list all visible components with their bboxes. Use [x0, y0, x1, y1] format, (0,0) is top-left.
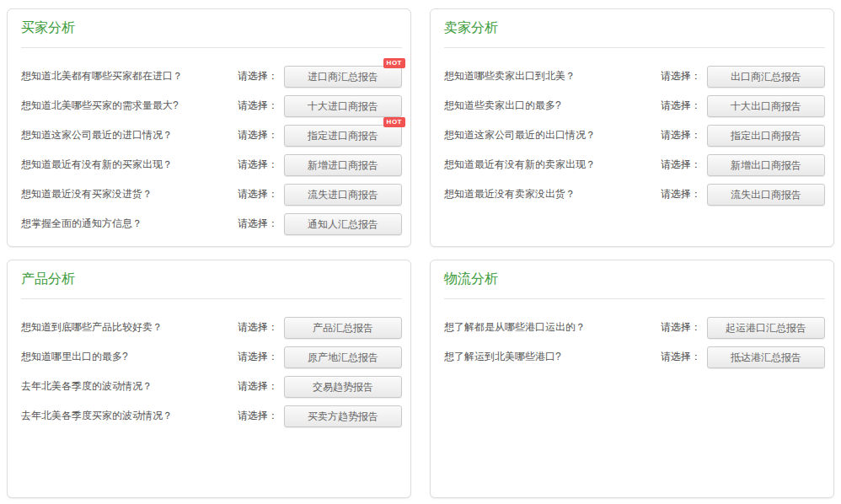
report-button-top10-importers[interactable]: 十大进口商报告: [284, 95, 402, 117]
report-button-notify-party-summary[interactable]: 通知人汇总报告: [284, 213, 402, 235]
select-label: 请选择：: [238, 379, 278, 394]
panel-logistics-analysis: 物流分析 想了解都是从哪些港口运出的？ 请选择： 起运港口汇总报告 HOT 想了…: [430, 260, 834, 498]
question-text: 想知道些卖家出口的最多?: [444, 99, 661, 113]
question-text: 想知道这家公司最近的出口情况？: [444, 128, 661, 142]
report-rows: 想知道到底哪些产品比较好卖？ 请选择： 产品汇总报告 HOT 想知道哪里出口的最…: [21, 299, 402, 431]
hot-badge: HOT: [383, 117, 405, 127]
report-button-wrap: 十大出口商报告 HOT: [707, 95, 825, 117]
report-button-wrap: 产品汇总报告 HOT: [284, 317, 402, 339]
report-button-new-exporters[interactable]: 新增出口商报告: [707, 154, 825, 176]
panel-product-analysis: 产品分析 想知道到底哪些产品比较好卖？ 请选择： 产品汇总报告 HOT 想知道哪…: [7, 260, 411, 498]
question-text: 想了解运到北美哪些港口?: [444, 350, 661, 364]
report-rows: 想知道北美都有哪些买家都在进口？ 请选择： 进口商汇总报告 HOT 想知道北美哪…: [21, 48, 402, 239]
report-button-new-importers[interactable]: 新增进口商报告: [284, 154, 402, 176]
report-row: 想知道最近没有买家没进货？ 请选择： 流失进口商报告 HOT: [21, 180, 402, 209]
report-button-wrap: 流失出口商报告 HOT: [707, 184, 825, 206]
report-button-wrap: 十大进口商报告 HOT: [284, 95, 402, 117]
report-button-wrap: 指定进口商报告 HOT: [284, 125, 402, 147]
report-row: 想知道些卖家出口的最多? 请选择： 十大出口商报告 HOT: [444, 91, 825, 121]
question-text: 想知道最近没有买家没进货？: [21, 187, 238, 201]
report-row: 去年北美各季度买家的波动情况？ 请选择： 买卖方趋势报告 HOT: [21, 401, 402, 431]
report-button-specified-exporter[interactable]: 指定出口商报告: [707, 125, 825, 147]
question-text: 想知道最近有没有新的买家出现？: [21, 158, 238, 172]
select-label: 请选择：: [238, 158, 278, 172]
report-button-arrival-port-summary[interactable]: 抵达港汇总报告: [707, 346, 825, 368]
panel-title-buyer-analysis: 买家分析: [21, 19, 402, 36]
select-label: 请选择：: [661, 158, 701, 172]
select-label: 请选择：: [238, 320, 278, 335]
hot-badge: HOT: [383, 58, 405, 68]
report-button-specified-importer[interactable]: 指定进口商报告: [284, 125, 402, 147]
panel-buyer-analysis: 买家分析 想知道北美都有哪些买家都在进口？ 请选择： 进口商汇总报告 HOT 想…: [7, 8, 411, 247]
report-button-wrap: 买卖方趋势报告 HOT: [284, 405, 402, 427]
panel-title-product-analysis: 产品分析: [21, 271, 402, 287]
report-button-product-summary[interactable]: 产品汇总报告: [284, 317, 402, 339]
select-label: 请选择：: [238, 409, 278, 423]
report-button-wrap: 指定出口商报告 HOT: [707, 125, 825, 147]
report-button-wrap: 起运港口汇总报告 HOT: [707, 317, 825, 339]
report-button-wrap: 进口商汇总报告 HOT: [284, 66, 402, 88]
question-text: 想知道这家公司最近的进口情况？: [21, 128, 238, 142]
report-button-exporter-summary[interactable]: 出口商汇总报告: [707, 66, 825, 88]
report-button-wrap: 出口商汇总报告 HOT: [707, 66, 825, 88]
report-row: 想知道北美都有哪些买家都在进口？ 请选择： 进口商汇总报告 HOT: [21, 62, 402, 91]
report-row: 想知道到底哪些产品比较好卖？ 请选择： 产品汇总报告 HOT: [21, 313, 402, 342]
question-text: 想知道最近有没有新的卖家出现？: [444, 158, 661, 172]
question-text: 想了解都是从哪些港口运出的？: [444, 320, 661, 335]
question-text: 想掌握全面的通知方信息？: [21, 217, 238, 231]
question-text: 想知道最近没有卖家没出货？: [444, 187, 661, 201]
report-button-origin-summary[interactable]: 原产地汇总报告: [284, 346, 402, 368]
select-label: 请选择：: [238, 350, 278, 364]
report-rows: 想了解都是从哪些港口运出的？ 请选择： 起运港口汇总报告 HOT 想了解运到北美…: [444, 299, 825, 372]
report-button-buyer-seller-trend[interactable]: 买卖方趋势报告: [284, 405, 402, 427]
report-button-wrap: 新增进口商报告 HOT: [284, 154, 402, 176]
question-text: 去年北美各季度的波动情况？: [21, 379, 238, 394]
select-label: 请选择：: [238, 128, 278, 142]
select-label: 请选择：: [661, 350, 701, 364]
report-button-top10-exporters[interactable]: 十大出口商报告: [707, 95, 825, 117]
select-label: 请选择：: [661, 69, 701, 83]
report-button-importer-summary[interactable]: 进口商汇总报告: [284, 66, 402, 88]
question-text: 想知道哪里出口的最多?: [21, 350, 238, 364]
report-button-lost-exporters[interactable]: 流失出口商报告: [707, 184, 825, 206]
report-row: 去年北美各季度的波动情况？ 请选择： 交易趋势报告 HOT: [21, 372, 402, 401]
report-button-wrap: 抵达港汇总报告 HOT: [707, 346, 825, 368]
select-label: 请选择：: [661, 99, 701, 113]
report-row: 想知道这家公司最近的进口情况？ 请选择： 指定进口商报告 HOT: [21, 121, 402, 150]
select-label: 请选择：: [661, 187, 701, 201]
report-row: 想了解都是从哪些港口运出的？ 请选择： 起运港口汇总报告 HOT: [444, 313, 825, 342]
panel-seller-analysis: 卖家分析 想知道哪些卖家出口到北美？ 请选择： 出口商汇总报告 HOT 想知道些…: [430, 8, 834, 247]
question-text: 想知道北美都有哪些买家都在进口？: [21, 69, 238, 83]
select-label: 请选择：: [238, 217, 278, 231]
question-text: 去年北美各季度买家的波动情况？: [21, 409, 238, 423]
report-row: 想知道这家公司最近的出口情况？ 请选择： 指定出口商报告 HOT: [444, 121, 825, 150]
report-row: 想知道哪些卖家出口到北美？ 请选择： 出口商汇总报告 HOT: [444, 62, 825, 91]
panel-title-seller-analysis: 卖家分析: [444, 19, 825, 36]
report-button-wrap: 新增出口商报告 HOT: [707, 154, 825, 176]
report-button-lost-importers[interactable]: 流失进口商报告: [284, 184, 402, 206]
report-row: 想知道哪里出口的最多? 请选择： 原产地汇总报告 HOT: [21, 342, 402, 372]
select-label: 请选择：: [238, 99, 278, 113]
select-label: 请选择：: [238, 187, 278, 201]
analysis-dashboard: 买家分析 想知道北美都有哪些买家都在进口？ 请选择： 进口商汇总报告 HOT 想…: [0, 0, 841, 504]
question-text: 想知道哪些卖家出口到北美？: [444, 69, 661, 83]
question-text: 想知道到底哪些产品比较好卖？: [21, 320, 238, 335]
report-row: 想知道最近有没有新的卖家出现？ 请选择： 新增出口商报告 HOT: [444, 150, 825, 180]
report-button-trade-trend[interactable]: 交易趋势报告: [284, 376, 402, 398]
select-label: 请选择：: [661, 320, 701, 335]
report-button-wrap: 原产地汇总报告 HOT: [284, 346, 402, 368]
report-button-wrap: 交易趋势报告 HOT: [284, 376, 402, 398]
report-row: 想知道北美哪些买家的需求量最大? 请选择： 十大进口商报告 HOT: [21, 91, 402, 121]
report-button-wrap: 通知人汇总报告 HOT: [284, 213, 402, 235]
report-button-wrap: 流失进口商报告 HOT: [284, 184, 402, 206]
select-label: 请选择：: [238, 69, 278, 83]
report-rows: 想知道哪些卖家出口到北美？ 请选择： 出口商汇总报告 HOT 想知道些卖家出口的…: [444, 48, 825, 209]
report-row: 想知道最近有没有新的买家出现？ 请选择： 新增进口商报告 HOT: [21, 150, 402, 180]
report-row: 想了解运到北美哪些港口? 请选择： 抵达港汇总报告 HOT: [444, 342, 825, 372]
select-label: 请选择：: [661, 128, 701, 142]
question-text: 想知道北美哪些买家的需求量最大?: [21, 99, 238, 113]
report-row: 想掌握全面的通知方信息？ 请选择： 通知人汇总报告 HOT: [21, 209, 402, 239]
report-button-loading-port-summary[interactable]: 起运港口汇总报告: [707, 317, 825, 339]
report-row: 想知道最近没有卖家没出货？ 请选择： 流失出口商报告 HOT: [444, 180, 825, 209]
panel-title-logistics-analysis: 物流分析: [444, 271, 825, 287]
